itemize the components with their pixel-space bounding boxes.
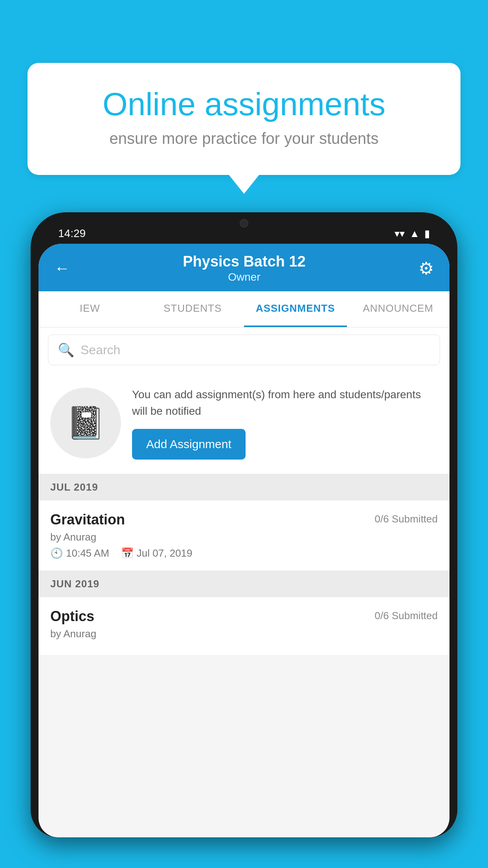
assignment-submitted: 0/6 Submitted <box>375 513 438 525</box>
tab-students[interactable]: STUDENTS <box>141 291 244 327</box>
assignment-name-optics: Optics <box>50 608 94 625</box>
app-header: ← Physics Batch 12 Owner ⚙ <box>39 244 449 291</box>
assignment-meta: 🕙 10:45 AM 📅 Jul 07, 2019 <box>50 547 438 559</box>
search-bar[interactable]: 🔍 Search <box>48 335 440 365</box>
phone-notch <box>205 212 283 234</box>
assignment-by: by Anurag <box>50 531 438 543</box>
assignment-date: Jul 07, 2019 <box>137 547 193 559</box>
speech-bubble-section: Online assignments ensure more practice … <box>28 63 460 175</box>
status-time: 14:29 <box>58 227 86 240</box>
search-placeholder: Search <box>81 343 120 357</box>
back-button[interactable]: ← <box>54 259 70 277</box>
bubble-title: Online assignments <box>55 86 433 122</box>
search-container: 🔍 Search <box>39 327 449 372</box>
header-title-group: Physics Batch 12 Owner <box>70 253 418 283</box>
promo-icon-circle: 📓 <box>50 388 121 458</box>
search-icon: 🔍 <box>58 342 74 358</box>
tab-iew[interactable]: IEW <box>39 291 141 327</box>
tab-assignments[interactable]: ASSIGNMENTS <box>244 291 347 327</box>
notebook-icon: 📓 <box>66 405 105 441</box>
bubble-subtitle: ensure more practice for your students <box>55 130 433 147</box>
assignment-row-top: Gravitation 0/6 Submitted <box>50 511 438 528</box>
promo-section: 📓 You can add assignment(s) from here an… <box>39 372 449 474</box>
promo-text: You can add assignment(s) from here and … <box>132 386 438 419</box>
promo-content: You can add assignment(s) from here and … <box>132 386 438 460</box>
battery-icon: ▮ <box>424 228 430 240</box>
clock-icon: 🕙 <box>50 547 63 559</box>
month-header-jul: JUL 2019 <box>39 474 449 500</box>
add-assignment-button[interactable]: Add Assignment <box>132 429 246 460</box>
month-header-jun: JUN 2019 <box>39 571 449 597</box>
assignment-by-optics: by Anurag <box>50 628 438 640</box>
header-title: Physics Batch 12 <box>70 253 418 270</box>
assignment-submitted-optics: 0/6 Submitted <box>375 610 438 622</box>
signal-icon: ▲ <box>409 228 420 240</box>
phone-screen: ← Physics Batch 12 Owner ⚙ IEW STUDENTS … <box>39 244 449 837</box>
camera-dot <box>240 219 248 228</box>
assignment-item-gravitation[interactable]: Gravitation 0/6 Submitted by Anurag 🕙 10… <box>39 500 449 571</box>
assignment-time-meta: 🕙 10:45 AM <box>50 547 109 559</box>
speech-bubble: Online assignments ensure more practice … <box>28 63 460 175</box>
gear-icon[interactable]: ⚙ <box>418 258 434 278</box>
assignment-time: 10:45 AM <box>66 547 109 559</box>
header-subtitle: Owner <box>70 271 418 283</box>
phone-outer: 14:29 ▾▾ ▲ ▮ ← Physics Batch 12 Owner ⚙ … <box>31 212 457 837</box>
assignment-name: Gravitation <box>50 511 125 528</box>
phone-wrapper: 14:29 ▾▾ ▲ ▮ ← Physics Batch 12 Owner ⚙ … <box>31 212 457 868</box>
assignment-date-meta: 📅 Jul 07, 2019 <box>121 547 193 559</box>
assignment-item-optics[interactable]: Optics 0/6 Submitted by Anurag <box>39 597 449 655</box>
assignment-row-top-optics: Optics 0/6 Submitted <box>50 608 438 625</box>
status-icons: ▾▾ ▲ ▮ <box>394 228 430 240</box>
wifi-icon: ▾▾ <box>394 228 405 240</box>
calendar-icon: 📅 <box>121 547 134 559</box>
tabs-bar: IEW STUDENTS ASSIGNMENTS ANNOUNCEM <box>39 291 449 327</box>
tab-announcements[interactable]: ANNOUNCEM <box>347 291 450 327</box>
